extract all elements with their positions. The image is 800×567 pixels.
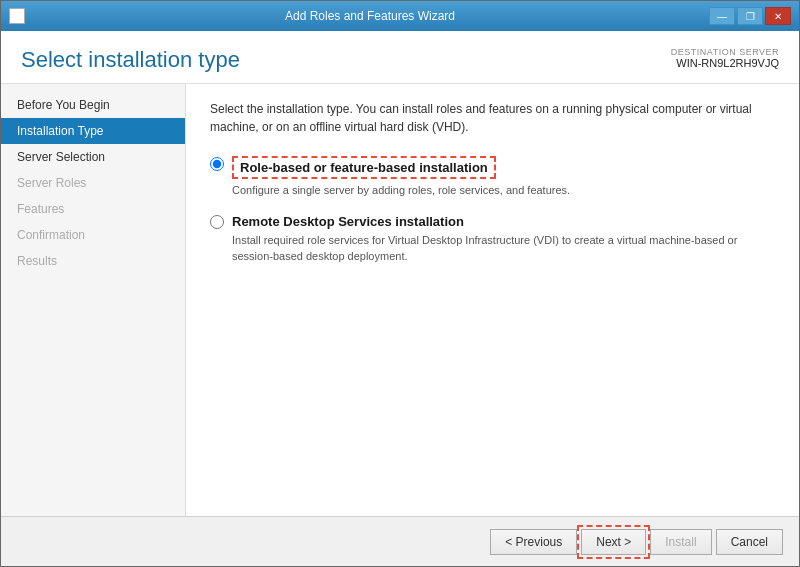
sidebar-item-features: Features	[1, 196, 185, 222]
role-based-radio[interactable]	[210, 157, 224, 171]
role-based-option: Role-based or feature-based installation…	[210, 156, 775, 198]
minimize-button[interactable]: —	[709, 7, 735, 25]
close-button[interactable]: ✕	[765, 7, 791, 25]
role-based-title-wrapper: Role-based or feature-based installation	[232, 156, 496, 179]
window-controls: — ❐ ✕	[709, 7, 791, 25]
body-area: Before You Begin Installation Type Serve…	[1, 84, 799, 516]
previous-button[interactable]: < Previous	[490, 529, 577, 555]
remote-desktop-title: Remote Desktop Services installation	[232, 214, 464, 229]
sidebar-item-results: Results	[1, 248, 185, 274]
role-based-title: Role-based or feature-based installation	[240, 160, 488, 175]
restore-button[interactable]: ❐	[737, 7, 763, 25]
install-button[interactable]: Install	[650, 529, 711, 555]
sidebar: Before You Begin Installation Type Serve…	[1, 84, 186, 516]
sidebar-item-installation-type[interactable]: Installation Type	[1, 118, 185, 144]
remote-desktop-label[interactable]: Remote Desktop Services installation	[210, 214, 775, 229]
title-bar: Add Roles and Features Wizard — ❐ ✕	[1, 1, 799, 31]
remote-desktop-radio[interactable]	[210, 215, 224, 229]
footer: < Previous Next > Install Cancel	[1, 516, 799, 566]
window-title: Add Roles and Features Wizard	[31, 9, 709, 23]
role-based-label[interactable]: Role-based or feature-based installation	[210, 156, 775, 179]
server-name: WIN-RN9L2RH9VJQ	[671, 57, 779, 69]
window-icon	[9, 8, 25, 24]
role-based-description: Configure a single server by adding role…	[232, 183, 775, 198]
cancel-button[interactable]: Cancel	[716, 529, 783, 555]
sidebar-item-confirmation: Confirmation	[1, 222, 185, 248]
description-text: Select the installation type. You can in…	[210, 100, 775, 136]
wizard-window: Add Roles and Features Wizard — ❐ ✕ Sele…	[0, 0, 800, 567]
main-content: Select installation type DESTINATION SER…	[1, 31, 799, 566]
sidebar-item-before-you-begin[interactable]: Before You Begin	[1, 92, 185, 118]
remote-desktop-description: Install required role services for Virtu…	[232, 233, 775, 264]
content-panel: Select the installation type. You can in…	[186, 84, 799, 516]
sidebar-item-server-selection[interactable]: Server Selection	[1, 144, 185, 170]
role-based-title-border: Role-based or feature-based installation	[232, 156, 496, 179]
destination-server-info: DESTINATION SERVER WIN-RN9L2RH9VJQ	[671, 47, 779, 69]
destination-label: DESTINATION SERVER	[671, 47, 779, 57]
page-title: Select installation type	[21, 47, 240, 73]
sidebar-item-server-roles: Server Roles	[1, 170, 185, 196]
page-header: Select installation type DESTINATION SER…	[1, 31, 799, 84]
next-button[interactable]: Next >	[581, 529, 646, 555]
remote-desktop-option: Remote Desktop Services installation Ins…	[210, 214, 775, 264]
